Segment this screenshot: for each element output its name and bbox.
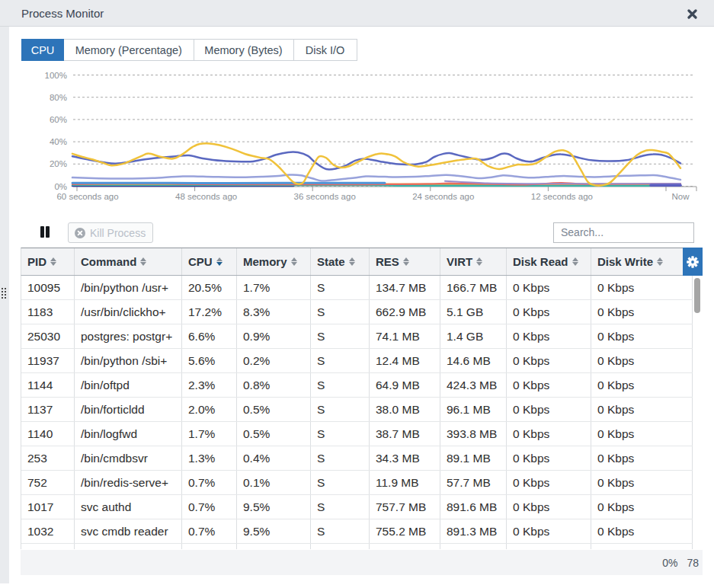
svg-text:40%: 40% — [50, 137, 67, 146]
svg-text:48 seconds ago: 48 seconds ago — [175, 192, 237, 201]
svg-text:60%: 60% — [50, 115, 67, 124]
svg-text:12 seconds ago: 12 seconds ago — [531, 192, 593, 201]
svg-text:80%: 80% — [50, 93, 67, 102]
svg-text:0%: 0% — [54, 182, 67, 191]
svg-text:100%: 100% — [45, 71, 67, 80]
svg-text:20%: 20% — [50, 159, 67, 168]
svg-text:60 seconds ago: 60 seconds ago — [56, 192, 118, 201]
svg-text:Now: Now — [671, 192, 690, 201]
svg-text:36 seconds ago: 36 seconds ago — [294, 192, 356, 201]
svg-text:24 seconds ago: 24 seconds ago — [412, 192, 474, 201]
